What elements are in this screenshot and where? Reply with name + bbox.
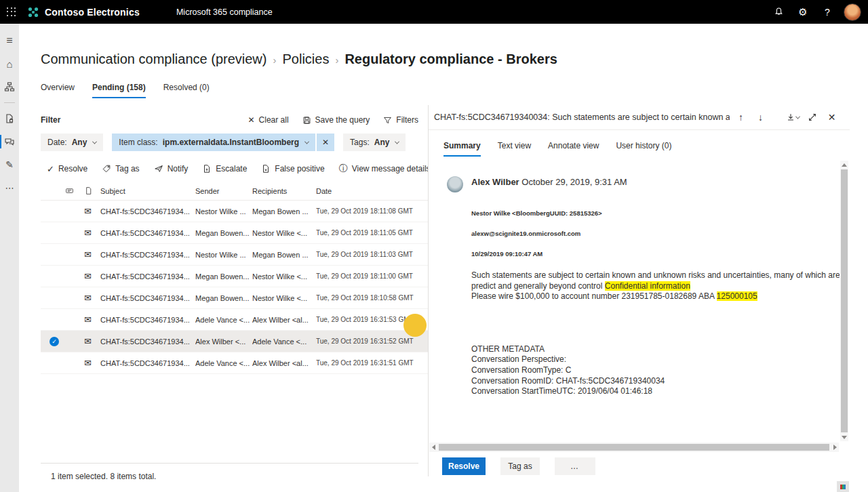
chevron-down-icon (304, 139, 309, 144)
tag-as-command[interactable]: Tag as (102, 164, 139, 173)
table-row[interactable]: ✉ CHAT-fs:5CDC34671934... Adele Vance <.… (41, 309, 428, 331)
app-launcher-button[interactable] (0, 0, 23, 24)
resolve-command[interactable]: ✓ Resolve (47, 164, 87, 174)
row-date: Tue, 29 Oct 2019 18:11:05 GMT (316, 229, 428, 237)
column-header-sender[interactable]: Sender (195, 187, 252, 195)
save-query-button[interactable]: Save the query (302, 115, 370, 125)
row-subject: CHAT-fs:5CDC34671934... (100, 229, 195, 237)
nav-org[interactable] (0, 75, 19, 98)
nav-communication-compliance[interactable] (0, 130, 19, 153)
date-chip-value: Any (72, 138, 87, 147)
envelope-icon: ✉ (84, 206, 100, 216)
page-corner-widget[interactable] (837, 481, 849, 492)
vertical-scrollbar[interactable] (840, 161, 848, 441)
table-row[interactable]: ✉ CHAT-fs:5CDC34671934... Nestor Wilke .… (41, 201, 428, 222)
clear-icon: ✕ (248, 115, 255, 125)
column-header-recipients[interactable]: Recipients (252, 187, 316, 195)
body-line: Such statements are subject to certain k… (471, 270, 840, 281)
nav-divider (4, 102, 15, 103)
item-class-chip-remove-button[interactable]: ✕ (317, 134, 334, 151)
column-header-date[interactable]: Date (316, 187, 428, 195)
next-item-button[interactable]: ↓ (751, 107, 770, 127)
horizontal-scroll-thumb[interactable] (439, 444, 829, 451)
resolve-button[interactable]: Resolve (442, 457, 486, 475)
escalate-command[interactable]: Escalate (202, 164, 247, 173)
tab-pending[interactable]: Pending (158) (92, 83, 146, 98)
message-body: Such statements are subject to certain k… (471, 270, 840, 302)
false-positive-command[interactable]: False positive (261, 164, 324, 173)
nav-data-classification[interactable] (0, 107, 19, 130)
row-selected-check-icon[interactable]: ✓ (50, 337, 59, 346)
tab-annotate-view[interactable]: Annotate view (548, 141, 599, 157)
tab-summary[interactable]: Summary (443, 141, 481, 157)
table-row[interactable]: ✉ CHAT-fs:5CDC34671934... Megan Bowen...… (41, 287, 428, 309)
notify-command-label: Notify (167, 164, 189, 173)
item-type-column-icon[interactable] (84, 186, 100, 197)
table-row[interactable]: ✉ CHAT-fs:5CDC34671934... Megan Bowen...… (41, 266, 428, 287)
item-class-chip-label: Item class: (119, 138, 157, 147)
date-filter-chip[interactable]: Date: Any (41, 134, 103, 151)
row-recipients: Adele Vance <... (252, 337, 316, 346)
tab-resolved[interactable]: Resolved (0) (163, 83, 210, 98)
table-header: Subject Sender Recipients Date (41, 182, 428, 201)
row-date: Tue, 29 Oct 2019 16:31:51 GMT (316, 359, 428, 367)
message-detail-pane: CHAT-fs:5CDC346719340034: Such statement… (428, 105, 850, 476)
brand: Contoso Electronics (27, 6, 140, 18)
tags-filter-chip[interactable]: Tags: Any (343, 134, 406, 151)
column-header-subject[interactable]: Subject (100, 187, 195, 195)
filter-chips: Date: Any Item class: ipm.externaldata.I… (41, 134, 428, 151)
expand-icon (808, 112, 817, 122)
message-author: Alex Wilber (471, 177, 519, 187)
settings-button[interactable]: ⚙ (791, 0, 815, 24)
nav-records[interactable]: ✎ (0, 153, 19, 176)
table-row-selected[interactable]: ✓ ✉ CHAT-fs:5CDC34671934... Alex Wilber … (41, 331, 428, 352)
table-row[interactable]: ✉ CHAT-fs:5CDC34671934... Adele Vance <.… (41, 352, 428, 374)
tab-overview[interactable]: Overview (41, 83, 75, 98)
scroll-left-arrow[interactable] (429, 443, 437, 452)
help-button[interactable]: ? (815, 0, 840, 24)
expand-button[interactable] (802, 107, 822, 127)
arrow-down-icon: ↓ (758, 112, 763, 123)
notify-command[interactable]: Notify (154, 164, 189, 173)
horizontal-scrollbar[interactable] (429, 443, 839, 452)
table-row[interactable]: ✉ CHAT-fs:5CDC34671934... Megan Bowen...… (41, 222, 428, 244)
table-row[interactable]: ✉ CHAT-fs:5CDC34671934... Nestor Wilke .… (41, 244, 428, 266)
breadcrumb-communication-compliance[interactable]: Communication compliance (preview) (41, 52, 267, 67)
vertical-scroll-thumb[interactable] (841, 169, 848, 432)
close-panel-button[interactable]: ✕ (822, 107, 842, 127)
highlight-aba-number: 125000105 (717, 291, 757, 301)
scroll-right-arrow[interactable] (831, 443, 839, 452)
gear-icon: ⚙ (798, 6, 807, 18)
item-class-filter-chip[interactable]: Item class: ipm.externaldata.InstantBloo… (112, 134, 315, 151)
resolve-command-label: Resolve (58, 164, 87, 173)
corner-widget-icon (840, 485, 846, 489)
group-collapse-icon[interactable] (65, 186, 84, 197)
tag-as-button[interactable]: Tag as (500, 457, 540, 475)
check-icon: ✓ (47, 164, 54, 174)
user-avatar[interactable] (844, 3, 861, 21)
previous-item-button[interactable]: ↑ (731, 107, 751, 127)
nav-collapse-button[interactable]: ≡ (0, 29, 19, 52)
envelope-icon: ✉ (84, 293, 100, 303)
breadcrumb-policies[interactable]: Policies (282, 52, 329, 67)
tab-text-view[interactable]: Text view (498, 141, 531, 157)
notifications-button[interactable] (766, 0, 791, 24)
more-actions-button[interactable]: … (555, 457, 595, 475)
scroll-up-arrow[interactable] (840, 161, 848, 169)
nav-more[interactable]: ⋯ (0, 176, 19, 199)
clear-all-button[interactable]: ✕ Clear all (248, 115, 289, 125)
filters-button[interactable]: Filters (383, 115, 418, 125)
envelope-icon: ✉ (84, 228, 100, 238)
tab-user-history[interactable]: User history (0) (616, 141, 671, 157)
arrow-up-icon: ↑ (738, 112, 743, 123)
row-date: Tue, 29 Oct 2019 18:11:03 GMT (316, 251, 428, 258)
save-icon (302, 116, 311, 125)
nav-home[interactable]: ⌂ (0, 52, 19, 75)
scroll-down-arrow[interactable] (840, 433, 848, 441)
row-sender: Adele Vance <... (195, 359, 252, 367)
main-area: Communication compliance (preview) › Pol… (19, 24, 868, 492)
download-button[interactable] (783, 107, 802, 127)
view-message-details-command[interactable]: ⓘ View message details (339, 163, 431, 175)
detail-tabs: Summary Text view Annotate view User his… (429, 141, 850, 157)
meta-timestamp: 10/29/2019 09:10:47 AM (471, 250, 840, 258)
